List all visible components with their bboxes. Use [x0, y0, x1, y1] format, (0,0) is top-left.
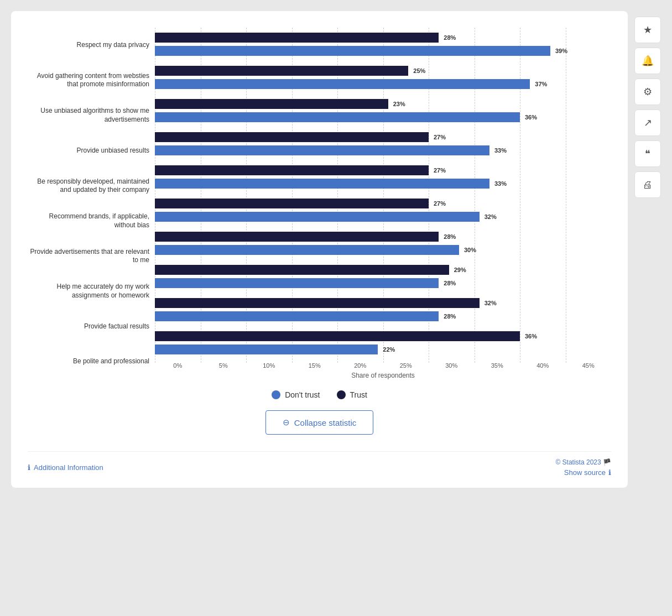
collapse-icon: ⊖ [283, 417, 290, 427]
share-icon[interactable]: ↗ [634, 109, 661, 136]
x-tick: 10% [246, 362, 292, 369]
collapse-statistic-button[interactable]: ⊖ Collapse statistic [265, 410, 374, 435]
statista-credit: © Statista 2023 🏴 [555, 458, 611, 466]
dont-trust-bar-row: 36% [155, 111, 611, 123]
additional-info-link[interactable]: ℹ Additional Information [28, 463, 103, 472]
page-wrapper: Respect my data privacyAvoid gathering c… [11, 11, 661, 488]
dont-trust-bar-label: 33% [494, 147, 507, 154]
trust-bar [155, 331, 520, 341]
trust-bar-label: 27% [434, 167, 446, 174]
bar-group: 32%28% [155, 293, 611, 326]
trust-bar [155, 66, 408, 76]
source-info-icon: ℹ [608, 468, 611, 477]
bar-group: 27%32% [155, 194, 611, 227]
x-tick: 35% [475, 362, 520, 369]
dont-trust-bar-row: 33% [155, 178, 611, 190]
trust-bar-row: 32% [155, 297, 611, 309]
collapse-btn-label: Collapse statistic [294, 418, 357, 427]
dont-trust-bar [155, 112, 520, 122]
trust-bar-label: 28% [444, 233, 456, 240]
trust-bar-label: 23% [393, 101, 405, 107]
bar-group: 28%30% [155, 227, 611, 260]
chart-container: Respect my data privacyAvoid gathering c… [28, 28, 611, 379]
footer-right: © Statista 2023 🏴 Show source ℹ [555, 458, 611, 477]
x-tick: 45% [566, 362, 612, 369]
sidebar-actions: ★🔔⚙↗❝🖨 [634, 11, 661, 488]
y-label: Use unbiased algorithms to show me adver… [28, 99, 149, 132]
dont-trust-bar [155, 179, 489, 189]
dont-trust-bar-label: 32% [485, 213, 497, 220]
dont-trust-bar-label: 36% [525, 114, 537, 121]
trust-bar [155, 265, 449, 275]
dont-trust-bar-row: 28% [155, 277, 611, 289]
x-tick: 25% [383, 362, 429, 369]
trust-bar-row: 27% [155, 197, 611, 210]
dont-trust-bar-row: 32% [155, 211, 611, 223]
bell-icon[interactable]: 🔔 [634, 48, 661, 74]
x-tick: 15% [292, 362, 338, 369]
trust-bar [155, 33, 439, 43]
dont-trust-bar [155, 212, 480, 222]
dont-trust-bar-label: 39% [555, 48, 567, 54]
dont-trust-bar-label: 28% [444, 280, 456, 286]
trust-bar-row: 36% [155, 330, 611, 342]
chart-legend: Don't trust Trust [28, 390, 611, 399]
dont-trust-bar [155, 311, 439, 321]
dont-trust-bar [155, 46, 550, 56]
legend-dont-trust: Don't trust [272, 390, 320, 399]
flag-icon: 🏴 [603, 458, 611, 466]
legend-dot-dont-trust [272, 390, 280, 399]
bars-area: 28%39%25%37%23%36%27%33%27%33%27%32%28%3… [155, 28, 611, 379]
trust-bar-label: 36% [525, 333, 537, 340]
legend-trust: Trust [337, 390, 367, 399]
y-label: Provide factual results [84, 310, 149, 343]
y-label: Provide unbiased results [77, 134, 149, 168]
y-label: Avoid gathering content from websties th… [28, 64, 149, 97]
show-source-link[interactable]: Show source ℹ [564, 468, 611, 477]
trust-bar [155, 165, 429, 175]
trust-bar-row: 25% [155, 65, 611, 77]
chart-card: Respect my data privacyAvoid gathering c… [11, 11, 628, 488]
trust-bar-row: 27% [155, 164, 611, 176]
trust-bar-row: 29% [155, 264, 611, 276]
dont-trust-bar [155, 344, 378, 354]
x-tick: 0% [155, 362, 201, 369]
bar-group: 25%37% [155, 61, 611, 94]
bar-group: 27%33% [155, 127, 611, 160]
statista-credit-text: © Statista 2023 [555, 458, 601, 466]
trust-bar-row: 23% [155, 98, 611, 110]
trust-bar-label: 27% [434, 200, 446, 207]
trust-bar [155, 232, 439, 242]
legend-dot-trust [337, 390, 346, 399]
bar-groups: 28%39%25%37%23%36%27%33%27%33%27%32%28%3… [155, 28, 611, 359]
y-label: Recommend brands, if applicable, without… [28, 205, 149, 238]
additional-info-label: Additional Information [34, 463, 103, 472]
star-icon[interactable]: ★ [634, 17, 661, 43]
dont-trust-bar-label: 30% [464, 247, 476, 253]
dont-trust-bar [155, 79, 530, 89]
trust-bar [155, 99, 388, 109]
dont-trust-bar [155, 245, 459, 255]
trust-bar-label: 28% [444, 34, 456, 41]
x-tick: 40% [520, 362, 566, 369]
x-axis-label: Share of respondents [155, 372, 611, 379]
legend-dont-trust-label: Don't trust [285, 390, 320, 399]
bar-group: 36%22% [155, 326, 611, 359]
quote-icon[interactable]: ❝ [634, 140, 661, 167]
trust-bar-label: 32% [485, 300, 497, 306]
dont-trust-bar-row: 39% [155, 45, 611, 57]
dont-trust-bar-row: 22% [155, 343, 611, 356]
trust-bar-label: 27% [434, 134, 446, 140]
trust-bar-row: 27% [155, 131, 611, 143]
y-label: Be responsibly developed, maintained and… [28, 169, 149, 202]
show-source-label: Show source [564, 468, 606, 477]
trust-bar-label: 25% [413, 67, 425, 74]
y-label: Help me accurately do my work assignment… [28, 275, 149, 308]
bar-group: 28%39% [155, 28, 611, 61]
gear-icon[interactable]: ⚙ [634, 79, 661, 105]
dont-trust-bar-label: 33% [494, 180, 507, 187]
bar-group: 27%33% [155, 160, 611, 194]
print-icon[interactable]: 🖨 [634, 171, 661, 198]
trust-bar [155, 298, 480, 308]
y-label: Provide advertisements that are relevant… [28, 239, 149, 273]
